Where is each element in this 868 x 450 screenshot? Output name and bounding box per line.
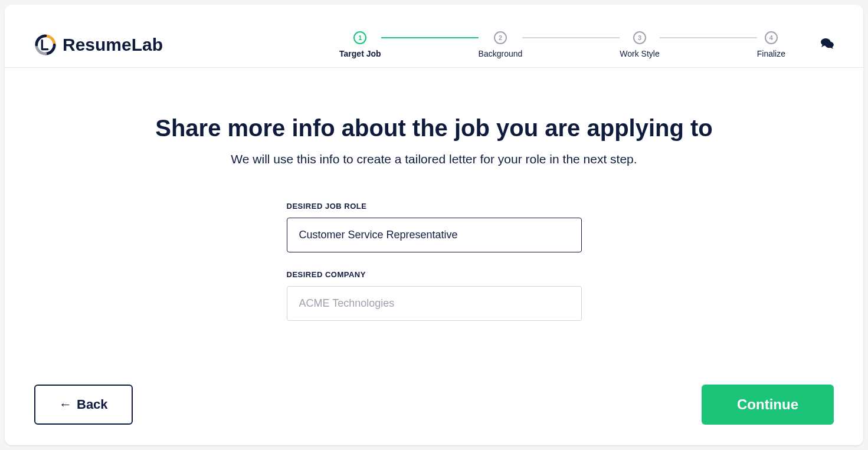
step-circle-3: 3 (633, 31, 646, 44)
content: Share more info about the job you are ap… (5, 68, 863, 321)
page-title: Share more info about the job you are ap… (5, 115, 863, 142)
step-label-4: Finalize (757, 49, 785, 58)
step-label-1: Target Job (339, 49, 381, 58)
job-role-label: DESIRED JOB ROLE (287, 202, 582, 211)
job-role-input[interactable] (287, 218, 582, 252)
step-work-style[interactable]: 3 Work Style (620, 31, 659, 58)
field-job-role: DESIRED JOB ROLE (287, 202, 582, 252)
continue-button[interactable]: Continue (702, 385, 834, 425)
step-circle-2: 2 (494, 31, 507, 44)
step-line-3 (660, 37, 757, 38)
resumelab-logo-icon (34, 34, 57, 56)
step-circle-4: 4 (765, 31, 778, 44)
back-button-label: Back (77, 397, 108, 412)
step-label-2: Background (479, 49, 523, 58)
step-line-2 (522, 37, 620, 38)
step-target-job[interactable]: 1 Target Job (339, 31, 381, 58)
svg-point-1 (825, 41, 834, 48)
step-label-3: Work Style (620, 49, 659, 58)
logo[interactable]: ResumeLab (34, 34, 163, 56)
step-line-1 (381, 37, 479, 38)
company-input[interactable] (287, 286, 582, 321)
arrow-left-icon: ← (59, 397, 72, 412)
step-background[interactable]: 2 Background (479, 31, 523, 58)
logo-text: ResumeLab (63, 35, 163, 55)
header: ResumeLab 1 Target Job 2 Background 3 Wo… (5, 5, 863, 68)
page-subtitle: We will use this info to create a tailor… (5, 152, 863, 166)
stepper: 1 Target Job 2 Background 3 Work Style 4… (339, 31, 785, 58)
back-button[interactable]: ← Back (34, 385, 133, 425)
step-finalize[interactable]: 4 Finalize (757, 31, 785, 58)
chat-icon[interactable] (821, 38, 834, 52)
main-card: ResumeLab 1 Target Job 2 Background 3 Wo… (5, 5, 863, 445)
company-label: DESIRED COMPANY (287, 270, 582, 279)
footer: ← Back Continue (34, 385, 834, 425)
step-circle-1: 1 (353, 31, 366, 44)
form: DESIRED JOB ROLE DESIRED COMPANY (287, 202, 582, 321)
field-company: DESIRED COMPANY (287, 270, 582, 321)
